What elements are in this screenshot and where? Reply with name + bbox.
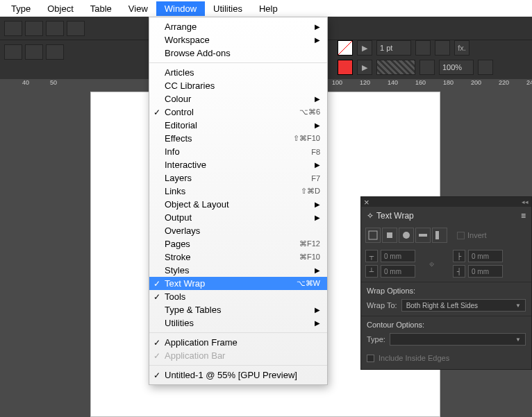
wrap-jump-icon[interactable] bbox=[415, 228, 431, 243]
opacity-icon[interactable] bbox=[419, 60, 435, 75]
svg-rect-1 bbox=[387, 232, 392, 238]
menu-item-label: Application Frame bbox=[165, 337, 320, 348]
tool-button[interactable] bbox=[25, 21, 43, 36]
menu-item[interactable]: Overlays bbox=[149, 224, 327, 237]
collapse-icon[interactable]: ◂◂ bbox=[522, 198, 529, 205]
offset-bottom-field[interactable]: 0 mm bbox=[381, 265, 415, 278]
play-icon[interactable]: ▶ bbox=[357, 40, 372, 56]
menu-item[interactable]: ✓Text Wrap⌥⌘W bbox=[149, 277, 327, 290]
fx-label: fx. bbox=[458, 44, 466, 52]
offset-top-field[interactable]: 0 mm bbox=[381, 250, 415, 262]
menu-item[interactable]: Pages⌘F12 bbox=[149, 237, 327, 250]
control-fill-row: ▶ 100% bbox=[338, 60, 493, 75]
panel-titlebar[interactable]: × ◂◂ bbox=[361, 197, 531, 207]
wrap-mode-row: Invert bbox=[361, 225, 531, 246]
fx-button[interactable]: fx. bbox=[454, 40, 469, 56]
wrap-to-value: Both Right & Left Sides bbox=[406, 302, 478, 309]
menu-shortcut: ⌥⌘6 bbox=[299, 108, 320, 117]
close-icon[interactable]: × bbox=[364, 197, 369, 207]
menu-item[interactable]: Styles▶ bbox=[149, 264, 327, 277]
menu-item[interactable]: Browse Add-ons bbox=[149, 46, 327, 60]
menu-type[interactable]: Type bbox=[3, 1, 39, 16]
menu-item-label: Pages bbox=[165, 239, 299, 249]
menu-item[interactable]: ✓Untitled-1 @ 55% [GPU Preview] bbox=[149, 368, 327, 382]
menu-item-label: Stroke bbox=[165, 252, 299, 262]
offset-top-icon: ┬ bbox=[365, 250, 378, 262]
menu-item-label: Arrange bbox=[165, 22, 315, 32]
menu-help[interactable]: Help bbox=[251, 1, 286, 16]
menu-item[interactable]: Stroke⌘F10 bbox=[149, 250, 327, 264]
wrap-to-select[interactable]: Both Right & Left Sides▼ bbox=[401, 299, 526, 312]
tool-button[interactable] bbox=[25, 44, 43, 60]
corner-icon[interactable] bbox=[415, 40, 431, 56]
tool-button[interactable] bbox=[4, 44, 22, 60]
svg-rect-0 bbox=[369, 231, 377, 239]
menu-item[interactable]: ✓Application Frame bbox=[149, 336, 327, 349]
menu-item[interactable]: ✓Control⌥⌘6 bbox=[149, 105, 327, 119]
menu-item-label: Workspace bbox=[165, 35, 315, 45]
menu-item[interactable]: Editorial▶ bbox=[149, 119, 327, 132]
ruler-tick: 40 bbox=[22, 79, 29, 86]
ruler-tick: 180 bbox=[443, 79, 454, 86]
tool-button[interactable] bbox=[46, 44, 64, 60]
more-icon[interactable] bbox=[478, 60, 493, 75]
opacity-field[interactable]: 100% bbox=[439, 60, 474, 75]
corner-icon[interactable] bbox=[435, 40, 450, 56]
panel-menu-icon[interactable]: ≡ bbox=[521, 211, 526, 221]
menu-utilities[interactable]: Utilities bbox=[205, 1, 251, 16]
menu-item[interactable]: Articles bbox=[149, 66, 327, 79]
menu-item[interactable]: Output▶ bbox=[149, 211, 327, 224]
checkbox-icon bbox=[367, 355, 374, 362]
menu-item[interactable]: Colour▶ bbox=[149, 92, 327, 105]
menu-item[interactable]: CC Libraries bbox=[149, 79, 327, 92]
menu-item[interactable]: InfoF8 bbox=[149, 145, 327, 158]
menu-item[interactable]: Interactive▶ bbox=[149, 158, 327, 171]
menu-item[interactable]: Effects⇧⌘F10 bbox=[149, 132, 327, 145]
menu-item[interactable]: Type & Tables▶ bbox=[149, 303, 327, 316]
menu-item[interactable]: ✓Tools bbox=[149, 290, 327, 303]
link-offsets-icon[interactable]: ⟐ bbox=[429, 259, 439, 269]
offset-bottom-icon: ┴ bbox=[365, 265, 378, 278]
menu-item-label: Overlays bbox=[165, 225, 320, 236]
menu-shortcut: ⌘F10 bbox=[299, 253, 320, 262]
offset-left-field[interactable]: 0 mm bbox=[468, 250, 503, 262]
tool-button[interactable] bbox=[46, 21, 64, 36]
panel-tab[interactable]: ✧Text Wrap ≡ bbox=[361, 207, 531, 225]
wrap-bbox-icon[interactable] bbox=[382, 228, 397, 243]
wrap-options-label: Wrap Options: bbox=[367, 287, 526, 295]
menu-item[interactable]: Links⇧⌘D bbox=[149, 185, 327, 198]
menu-item-label: Untitled-1 @ 55% [GPU Preview] bbox=[165, 370, 320, 380]
menu-item-label: Editorial bbox=[165, 120, 315, 130]
tool-button[interactable] bbox=[67, 21, 85, 36]
menu-item-label: Effects bbox=[165, 133, 293, 144]
submenu-arrow-icon: ▶ bbox=[315, 161, 320, 169]
include-inside-checkbox[interactable]: Include Inside Edges bbox=[361, 350, 531, 369]
wrap-none-icon[interactable] bbox=[365, 228, 381, 243]
menu-item[interactable]: LayersF7 bbox=[149, 171, 327, 185]
menu-item-label: Browse Add-ons bbox=[165, 48, 320, 58]
wrap-shape-icon[interactable] bbox=[399, 228, 414, 243]
menu-window[interactable]: Window bbox=[156, 1, 205, 16]
ruler-tick: 160 bbox=[415, 79, 426, 86]
check-icon: ✓ bbox=[153, 292, 160, 302]
menu-object[interactable]: Object bbox=[39, 1, 82, 16]
offset-right-field[interactable]: 0 mm bbox=[468, 265, 503, 278]
menu-item-label: Utilities bbox=[165, 318, 315, 328]
menu-item[interactable]: Object & Layout▶ bbox=[149, 198, 327, 211]
contour-type-select[interactable]: ▼ bbox=[390, 333, 526, 346]
stroke-swatch[interactable] bbox=[338, 60, 353, 75]
menu-table[interactable]: Table bbox=[82, 1, 120, 16]
offset-right-icon: ┤ bbox=[453, 265, 465, 278]
menu-item[interactable]: Arrange▶ bbox=[149, 20, 327, 33]
stroke-style-field[interactable] bbox=[376, 60, 415, 75]
menu-item[interactable]: Utilities▶ bbox=[149, 316, 327, 330]
menu-item[interactable]: Workspace▶ bbox=[149, 33, 327, 46]
tool-button[interactable] bbox=[4, 21, 22, 36]
fill-swatch[interactable] bbox=[338, 40, 353, 56]
menu-item-label: Application Bar bbox=[165, 350, 320, 361]
stroke-weight-field[interactable]: 1 pt bbox=[376, 40, 411, 56]
menu-view[interactable]: View bbox=[120, 1, 156, 16]
play-icon[interactable]: ▶ bbox=[357, 60, 372, 75]
ruler-tick: 120 bbox=[360, 79, 370, 86]
wrap-column-icon[interactable] bbox=[432, 228, 447, 243]
